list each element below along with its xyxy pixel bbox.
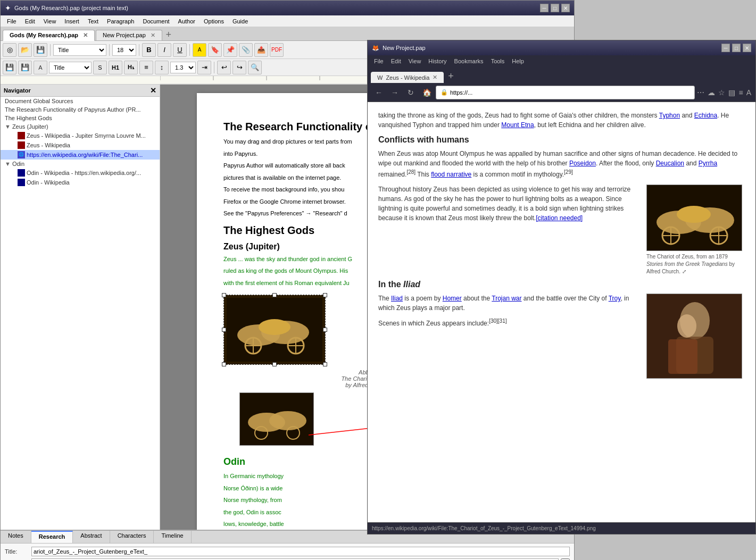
close-button[interactable]: ✕ [561,4,570,12]
ff-close-btn[interactable]: ✕ [743,44,751,52]
nav-odin-wiki[interactable]: Odin - Wikipedia [1,178,160,187]
indent-btn[interactable]: ⇥ [197,61,211,74]
align-btn[interactable]: ≡ [139,61,153,74]
resize-tr[interactable] [323,293,327,297]
navigator-close-btn[interactable]: ✕ [150,86,156,95]
ff-star-icon[interactable]: ☆ [718,88,725,97]
ff-link-pyrrha[interactable]: Pyrrha [699,160,717,167]
nav-global-sources[interactable]: Document Global Sources [1,97,160,105]
tab-gods[interactable]: Gods (My Research).pap ✕ [3,30,95,41]
nav-zeus-chariot-link[interactable]: 🌐 https://en.wikipedia.org/wiki/File:The… [1,150,160,160]
ff-new-tab-btn[interactable]: + [444,69,458,83]
menu-view[interactable]: View [39,17,61,26]
note-btn[interactable]: 📌 [223,43,237,57]
ff-citation-needed[interactable]: [citation needed] [536,214,583,222]
menu-document[interactable]: Document [138,17,173,26]
linespacing-select[interactable]: 1.3 1.0 1.5 [170,62,196,73]
spacing-btn[interactable]: ↕ [155,61,169,74]
tab-gods-close[interactable]: ✕ [83,32,88,38]
nav-odin-folder[interactable]: ▼ Odin [1,160,160,168]
menu-edit[interactable]: Edit [21,17,39,26]
underline-btn[interactable]: U [173,43,187,57]
nav-highest-gods[interactable]: The Highest Gods [1,114,160,122]
menu-paragraph[interactable]: Paragraph [103,17,138,26]
ff-menu-tools[interactable]: Tools [488,57,508,65]
save2-btn[interactable]: 💾 [3,61,16,74]
maximize-button[interactable]: □ [551,4,559,12]
resize-tm[interactable] [272,293,277,297]
h2-btn[interactable]: H₁ [124,61,138,74]
resize-bl[interactable] [222,362,226,366]
ff-minimize-btn[interactable]: ─ [721,44,730,52]
ff-menu-view[interactable]: View [405,57,425,65]
ff-link-trojan[interactable]: Trojan war [492,295,521,302]
ff-link-typhon[interactable]: Typhon [659,112,680,119]
menu-author[interactable]: Author [174,17,200,26]
bookmark-btn[interactable]: 🔖 [208,43,222,57]
ff-link-deucalion[interactable]: Deucalion [656,160,684,167]
undo-btn[interactable]: ↩ [217,61,231,74]
heading-style-select[interactable]: Title [49,62,92,73]
ff-link-homer[interactable]: Homer [443,295,462,302]
italic-btn[interactable]: I [157,43,171,57]
menu-guide[interactable]: Guide [228,17,252,26]
ff-reload-btn[interactable]: ↻ [404,86,418,99]
ff-link-poseidon[interactable]: Poseidon [569,160,596,167]
h1-btn[interactable]: H1 [109,61,122,74]
bottom-tab-timeline[interactable]: Timeline [154,531,191,543]
saveas-btn[interactable]: 💾 [18,61,32,74]
resize-br[interactable] [323,362,327,366]
style2-btn[interactable]: S [93,61,107,74]
highlight-btn[interactable]: A [193,43,206,57]
tab-newproject[interactable]: New Project.pap ✕ [96,30,162,40]
ff-bookmark-icon[interactable]: ⋯ [697,88,704,97]
menu-options[interactable]: Options [200,17,228,26]
field-title-input[interactable] [31,547,570,556]
ff-menu-bookmarks[interactable]: Bookmarks [451,57,487,65]
menu-insert[interactable]: Insert [60,17,84,26]
nav-odin-wiki-img[interactable]: Odin - Wikipedia - https://en.wikipedia.… [1,168,160,178]
find-btn[interactable]: 🔍 [248,61,262,74]
ff-home-btn[interactable]: 🏠 [420,86,434,99]
chariot-image-wrapper[interactable] [223,295,326,365]
nav-zeus-louvre[interactable]: Zeus - Wikipedia - Jupiter Smyrna Louvre… [1,131,160,140]
menu-text[interactable]: Text [84,17,103,26]
nav-zeus-wiki[interactable]: Zeus - Wikipedia [1,140,160,150]
minimize-button[interactable]: ─ [540,4,549,12]
ff-link-iliad[interactable]: Iliad [391,295,403,302]
pdf-btn[interactable]: PDF [270,43,284,57]
bottom-tab-notes[interactable]: Notes [1,531,31,543]
fontsize-select[interactable]: 18 12 14 [112,44,136,56]
nav-research-functionality[interactable]: The Research Functionality of Papyrus Au… [1,105,160,114]
ff-link-troy[interactable]: Troy [609,295,621,302]
ff-maximize-btn[interactable]: □ [732,44,741,52]
ff-reader-icon[interactable]: ≡ [738,88,743,97]
ff-menu-help[interactable]: Help [509,57,527,65]
ff-forward-btn[interactable]: → [388,86,402,99]
ff-tab-zeus[interactable]: W Zeus - Wikipedia ✕ [371,72,444,83]
ff-sidebar-icon[interactable]: ▤ [728,88,735,97]
bold-btn[interactable]: B [142,43,156,57]
bottom-tab-abstract[interactable]: Abstract [73,531,110,543]
bottom-tab-research[interactable]: Research [31,531,73,543]
resize-tl[interactable] [222,293,226,297]
ff-pocket-icon[interactable]: ☁ [708,88,715,97]
resize-bm[interactable] [272,362,277,366]
save-btn[interactable]: 💾 [34,43,47,57]
redo-btn[interactable]: ↪ [232,61,246,74]
ff-address-bar[interactable]: 🔒 https://... [436,86,695,99]
ff-menu-file[interactable]: File [371,57,387,65]
fontcolor-btn[interactable]: A [34,61,47,74]
clip1-btn[interactable]: 📎 [239,43,253,57]
ff-expand-icon[interactable]: ⤢ [682,269,686,274]
ff-content[interactable]: taking the throne as king of the gods, Z… [368,102,755,522]
ff-menu-edit[interactable]: Edit [388,57,404,65]
new-btn[interactable]: ◎ [3,43,16,57]
tab-add-button[interactable]: + [163,29,174,40]
ff-link-flood[interactable]: flood narrative [431,171,471,178]
ff-menu-history[interactable]: History [425,57,450,65]
style-select[interactable]: Title Heading 1 Body [53,44,106,56]
ff-back-btn[interactable]: ← [372,86,386,99]
ff-link-echidna[interactable]: Echidna [694,112,717,119]
export-btn[interactable]: 📤 [254,43,268,57]
